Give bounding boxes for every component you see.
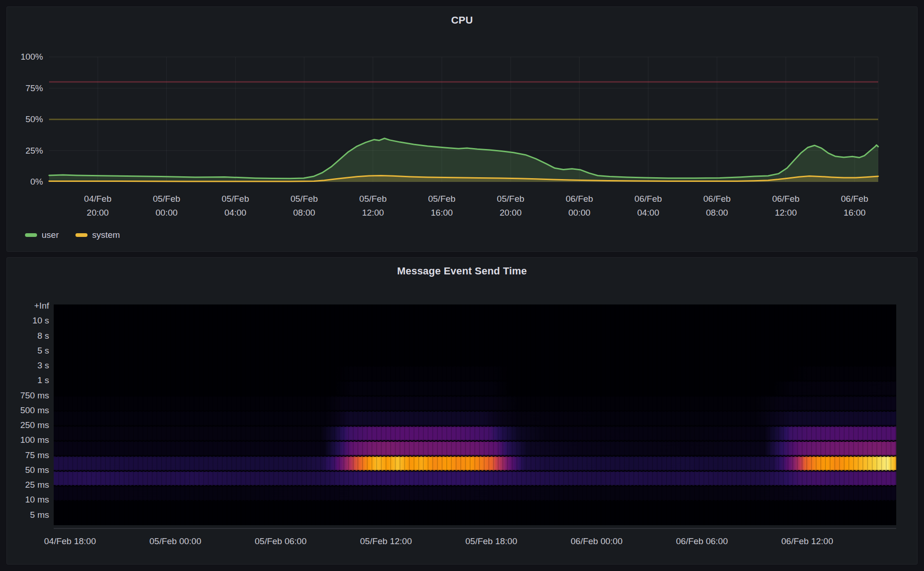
legend-item-user[interactable]: user: [25, 230, 59, 240]
cpu-y-tick: 0%: [31, 177, 43, 187]
heatmap-y-tick: 5 s: [37, 346, 49, 356]
cpu-y-tick: 75%: [25, 83, 43, 93]
cpu-x-tick: 04/Feb20:00: [84, 192, 112, 220]
cpu-x-tick: 06/Feb04:00: [635, 192, 662, 220]
heatmap-panel-title[interactable]: Message Event Send Time: [7, 265, 917, 277]
heatmap-y-tick: 10 ms: [25, 495, 49, 505]
heatmap-y-tick: 3 s: [37, 360, 49, 371]
heatmap-y-tick: 750 ms: [20, 391, 49, 401]
heatmap-x-tick: 06/Feb 00:00: [571, 536, 623, 546]
heatmap-y-tick: 5 ms: [30, 510, 49, 520]
system-series-swatch: [75, 233, 87, 237]
heatmap-axis-line: [54, 528, 896, 529]
heatmap-chart[interactable]: [54, 304, 896, 525]
grafana-dashboard: { "accent_colors": { "page_bg": "#111217…: [0, 0, 924, 571]
cpu-x-tick: 05/Feb12:00: [359, 192, 387, 220]
heatmap-x-tick: 06/Feb 12:00: [781, 536, 833, 546]
cpu-legend: user system: [25, 230, 120, 240]
heatmap-y-tick: 100 ms: [20, 435, 49, 445]
user-series-swatch: [25, 233, 37, 237]
user-series-area: [49, 138, 878, 182]
cpu-panel-title[interactable]: CPU: [7, 14, 917, 26]
cpu-x-tick: 05/Feb08:00: [290, 192, 318, 220]
cpu-y-tick: 50%: [25, 114, 43, 124]
heatmap-y-tick: 500 ms: [20, 405, 49, 416]
cpu-y-tick: 25%: [25, 146, 43, 156]
heatmap-y-tick: +Inf: [34, 301, 49, 311]
cpu-x-tick: 06/Feb12:00: [772, 192, 799, 220]
heatmap-y-tick: 50 ms: [25, 465, 49, 475]
user-series-label: user: [42, 230, 59, 240]
heatmap-y-tick: 10 s: [32, 316, 49, 326]
heatmap-x-tick: 05/Feb 12:00: [360, 536, 412, 546]
heatmap-x-tick: 05/Feb 18:00: [465, 536, 517, 546]
cpu-x-tick: 05/Feb00:00: [153, 192, 180, 220]
heatmap-y-tick: 75 ms: [25, 450, 49, 460]
heatmap-y-tick: 8 s: [37, 331, 49, 341]
cpu-x-tick: 06/Feb16:00: [841, 192, 868, 220]
cpu-x-tick: 05/Feb04:00: [222, 192, 249, 220]
system-series-label: system: [92, 230, 120, 240]
cpu-panel: CPU 100%75%50%25%0% 04/Feb20:0005/Feb00:…: [6, 6, 918, 252]
cpu-x-tick: 06/Feb00:00: [566, 192, 593, 220]
heatmap-y-tick: 1 s: [37, 375, 49, 385]
cpu-x-tick: 05/Feb16:00: [428, 192, 456, 220]
heatmap-y-tick: 250 ms: [20, 420, 49, 430]
cpu-y-tick: 100%: [20, 52, 43, 62]
cpu-chart[interactable]: [49, 57, 878, 182]
cpu-x-tick: 06/Feb08:00: [703, 192, 730, 220]
legend-item-system[interactable]: system: [75, 230, 120, 240]
cpu-x-tick: 05/Feb20:00: [497, 192, 524, 220]
heatmap-x-tick: 05/Feb 00:00: [150, 536, 201, 546]
heatmap-y-tick: 25 ms: [25, 480, 49, 490]
heatmap-x-tick: 05/Feb 06:00: [255, 536, 306, 546]
heatmap-panel: Message Event Send Time +Inf10 s8 s5 s3 …: [6, 257, 918, 565]
heatmap-x-tick: 04/Feb 18:00: [44, 536, 96, 546]
heatmap-x-tick: 06/Feb 06:00: [676, 536, 728, 546]
